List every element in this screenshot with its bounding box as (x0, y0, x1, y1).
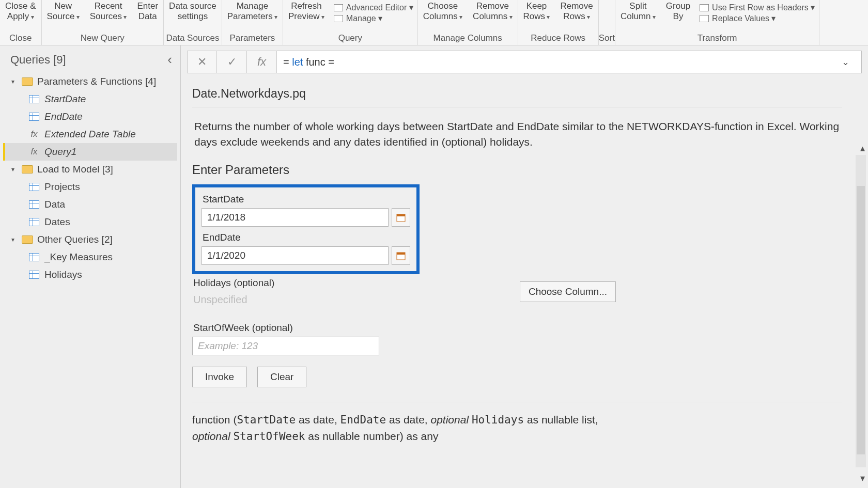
ribbon-small-button[interactable]: Advanced Editor ▾ (334, 2, 413, 13)
tree-item[interactable]: Holidays (3, 266, 177, 284)
date-params-highlight: StartDate EndDate (192, 184, 420, 274)
ribbon-group-label: Sort (599, 32, 615, 45)
startdate-label: StartDate (203, 194, 410, 205)
ribbon-group-label: Transform (615, 32, 819, 45)
ribbon-button[interactable]: RecentSources (85, 1, 132, 21)
ribbon-button[interactable]: ChooseColumns (418, 1, 468, 21)
invoke-button[interactable]: Invoke (192, 367, 247, 387)
tree-item[interactable]: Projects (3, 178, 177, 196)
tree-item[interactable]: EndDate (3, 108, 177, 125)
tree-group[interactable]: ▾Load to Model [3] (3, 161, 177, 178)
function-description: Returns the number of whole working days… (192, 107, 842, 163)
scroll-down-button[interactable]: ▾ (860, 473, 865, 484)
generic-icon (334, 15, 343, 22)
table-icon (29, 253, 39, 261)
ribbon-button[interactable]: RemoveColumns (468, 1, 517, 21)
formula-cancel-button[interactable]: ✕ (187, 51, 217, 73)
tree-group[interactable]: ▾Parameters & Functions [4] (3, 73, 177, 90)
holidays-value: Unspecified (192, 292, 274, 308)
startofweek-label: StartOfWeek (optional) (193, 322, 842, 334)
function-title: Date.Networkdays.pq (192, 77, 842, 107)
ribbon-group-label: Reduce Rows (518, 32, 598, 45)
table-icon (29, 200, 39, 209)
ribbon-button[interactable]: GroupBy (661, 1, 695, 21)
tree-group[interactable]: ▾Other Queries [2] (3, 231, 177, 248)
ribbon-button[interactable]: RemoveRows (555, 1, 598, 21)
ribbon-group-label: New Query (42, 32, 164, 45)
ribbon-group-label: Manage Columns (418, 32, 518, 45)
table-icon (29, 183, 39, 191)
function-icon: fx (29, 147, 39, 157)
formula-commit-button[interactable]: ✓ (217, 51, 247, 73)
clear-button[interactable]: Clear (257, 367, 306, 387)
ribbon-small-button[interactable]: Use First Row as Headers ▾ (700, 2, 815, 13)
enddate-input[interactable] (202, 246, 389, 265)
ribbon: Close &ApplyCloseNewSourceRecentSourcesE… (0, 0, 868, 45)
calendar-icon (396, 212, 406, 223)
formula-bar: ✕ ✓ fx = let func = ⌄ (181, 45, 868, 77)
ribbon-group: Data sourcesettingsData Sources (164, 0, 222, 45)
holidays-label: Holidays (optional) (193, 277, 274, 289)
enddate-label: EndDate (203, 232, 410, 243)
ribbon-button[interactable]: EnterData (132, 1, 163, 21)
ribbon-button[interactable]: SplitColumn (615, 1, 661, 21)
svg-rect-1 (397, 214, 405, 216)
folder-icon (22, 165, 33, 174)
formula-input[interactable]: = let func = ⌄ (277, 51, 862, 73)
enddate-picker-button[interactable] (392, 246, 410, 265)
ribbon-button[interactable]: RefreshPreview (283, 1, 330, 21)
queries-panel: Queries [9] ‹ ▾Parameters & Functions [4… (0, 45, 181, 488)
startofweek-input[interactable] (192, 337, 379, 355)
svg-rect-3 (397, 253, 405, 255)
queries-title: Queries [9] (10, 53, 66, 67)
generic-icon (334, 4, 343, 11)
work-area: ✕ ✓ fx = let func = ⌄ Date.Networkdays.p… (181, 45, 868, 488)
ribbon-group: Sort (599, 0, 615, 45)
ribbon-group-label: Close (0, 32, 41, 45)
formula-fx-button[interactable]: fx (247, 51, 277, 73)
formula-expand-button[interactable]: ⌄ (835, 56, 855, 68)
ribbon-button[interactable]: Data sourcesettings (164, 1, 222, 21)
formula-text: = let func = (283, 56, 334, 68)
choose-column-button[interactable]: Choose Column... (520, 281, 616, 302)
ribbon-small-button[interactable]: Replace Values ▾ (700, 13, 815, 24)
scrollbar-thumb[interactable] (857, 186, 865, 454)
ribbon-button[interactable]: ManageParameters (222, 1, 283, 21)
startdate-picker-button[interactable] (392, 208, 410, 227)
tree-item[interactable]: fxQuery1 (3, 143, 177, 161)
generic-icon (700, 4, 709, 11)
generic-icon (700, 15, 709, 22)
ribbon-group: SplitColumnGroupByUse First Row as Heade… (615, 0, 819, 45)
main-area: Queries [9] ‹ ▾Parameters & Functions [4… (0, 45, 868, 488)
table-icon (29, 113, 39, 121)
ribbon-group-label: Query (283, 32, 417, 45)
enter-parameters-heading: Enter Parameters (192, 163, 842, 177)
tree-item[interactable]: StartDate (3, 90, 177, 108)
vertical-scrollbar[interactable] (856, 155, 866, 467)
table-icon (29, 271, 39, 279)
ribbon-group: RefreshPreviewAdvanced Editor ▾Manage ▾Q… (283, 0, 418, 45)
ribbon-button[interactable]: Close &Apply (0, 1, 41, 21)
ribbon-group: ManageParametersParameters (222, 0, 283, 45)
ribbon-group-label: Data Sources (164, 32, 222, 45)
tree-item[interactable]: Dates (3, 213, 177, 231)
queries-tree: ▾Parameters & Functions [4]StartDateEndD… (0, 73, 180, 284)
ribbon-button[interactable]: KeepRows (518, 1, 555, 21)
folder-icon (22, 235, 33, 244)
ribbon-small-button[interactable]: Manage ▾ (334, 13, 413, 24)
scroll-up-button[interactable]: ▴ (860, 143, 865, 154)
function-signature: function (StartDate as date, EndDate as … (192, 402, 842, 445)
tree-item[interactable]: _Key Measures (3, 248, 177, 266)
function-icon: fx (29, 129, 39, 139)
calendar-icon (396, 250, 406, 261)
folder-icon (22, 77, 33, 86)
ribbon-group: KeepRowsRemoveRowsReduce Rows (518, 0, 599, 45)
tree-item[interactable]: Data (3, 196, 177, 213)
startdate-input[interactable] (202, 208, 389, 227)
table-icon (29, 95, 39, 103)
queries-collapse-button[interactable]: ‹ (167, 52, 172, 68)
ribbon-group-label: Parameters (222, 32, 283, 45)
ribbon-button[interactable]: NewSource (42, 1, 85, 21)
table-icon (29, 218, 39, 226)
tree-item[interactable]: fxExtended Date Table (3, 125, 177, 143)
